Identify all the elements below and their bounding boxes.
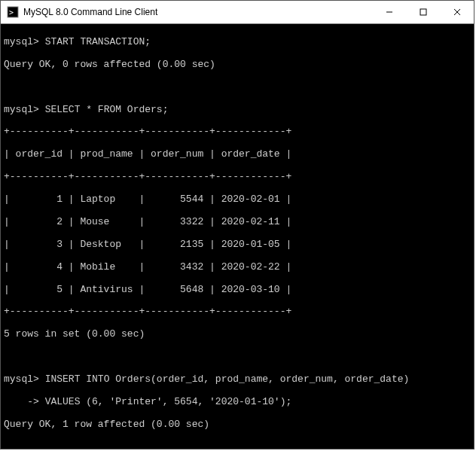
- svg-line-4: [454, 9, 460, 15]
- continuation-prompt: ->: [4, 396, 39, 407]
- prompt: mysql>: [4, 373, 39, 385]
- window-title: MySQL 8.0 Command Line Client: [23, 7, 372, 17]
- table-border: +----------+-----------+-----------+----…: [4, 172, 471, 183]
- sql-statement: START TRANSACTION;: [45, 36, 151, 47]
- sql-statement: INSERT INTO Orders(order_id, prod_name, …: [45, 373, 410, 385]
- table-row: | 2 | Mouse | 3322 | 2020-02-11 |: [4, 217, 471, 228]
- table-row: | 3 | Desktop | 2135 | 2020-01-05 |: [4, 239, 471, 251]
- table-border: +----------+-----------+-----------+----…: [4, 306, 471, 318]
- prompt: mysql>: [4, 36, 39, 47]
- rows-in-set: 5 rows in set (0.00 sec): [4, 329, 471, 340]
- mysql-icon: >: [7, 6, 19, 18]
- terminal-output[interactable]: mysql> START TRANSACTION; Query OK, 0 ro…: [1, 24, 474, 449]
- svg-text:>: >: [9, 8, 14, 17]
- table-row: | 1 | Laptop | 5544 | 2020-02-01 |: [4, 194, 471, 206]
- prompt: mysql>: [4, 104, 39, 115]
- query-response: Query OK, 1 row affected (0.00 sec): [4, 419, 471, 431]
- sql-statement: VALUES (6, 'Printer', 5654, '2020-01-10'…: [45, 396, 292, 407]
- maximize-button[interactable]: [406, 1, 440, 23]
- window-controls: [372, 1, 474, 23]
- titlebar: > MySQL 8.0 Command Line Client: [1, 1, 474, 24]
- minimize-button[interactable]: [372, 1, 406, 23]
- close-button[interactable]: [440, 1, 474, 23]
- table-border: +----------+-----------+-----------+----…: [4, 126, 471, 138]
- table-row: | 4 | Mobile | 3432 | 2020-02-22 |: [4, 262, 471, 273]
- sql-statement: SELECT * FROM Orders;: [45, 104, 169, 115]
- table-header: | order_id | prod_name | order_num | ord…: [4, 149, 471, 160]
- app-window: > MySQL 8.0 Command Line Client mysql> S…: [0, 0, 474, 449]
- table-row: | 5 | Antivirus | 5648 | 2020-03-10 |: [4, 285, 471, 296]
- query-response: Query OK, 0 rows affected (0.00 sec): [4, 59, 471, 71]
- svg-line-5: [454, 9, 460, 15]
- svg-rect-3: [420, 9, 426, 15]
